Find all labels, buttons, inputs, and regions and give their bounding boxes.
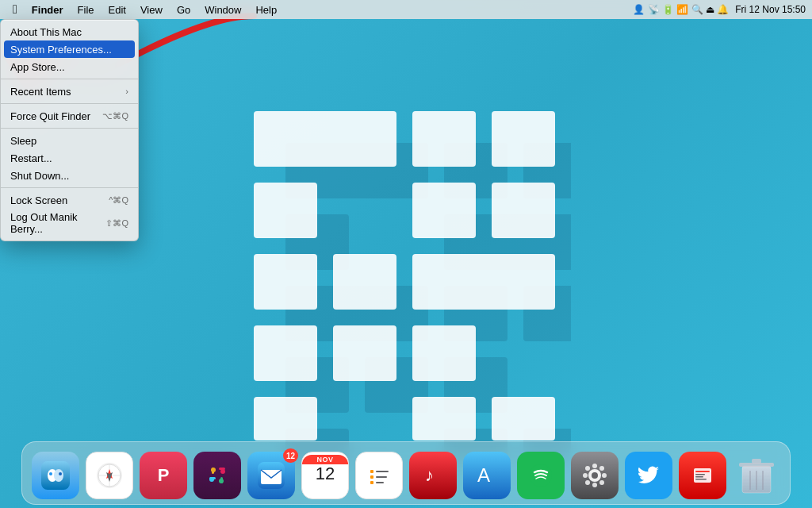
svg-rect-55 [370, 481, 373, 484]
svg-point-34 [59, 472, 62, 475]
menu-separator-1 [1, 79, 138, 79]
svg-point-67 [602, 473, 607, 478]
menu-item-force-quit[interactable]: Force Quit Finder ⌥⌘Q [1, 107, 138, 125]
menubar-view[interactable]: View [134, 0, 169, 19]
menubar-edit[interactable]: Edit [102, 0, 132, 19]
menubar-window[interactable]: Window [198, 0, 247, 19]
svg-rect-15 [412, 111, 476, 167]
svg-rect-24 [333, 325, 396, 381]
svg-rect-54 [370, 475, 373, 479]
svg-rect-27 [412, 397, 476, 441]
menu-item-sleep[interactable]: Sleep [1, 132, 138, 149]
menubar-go[interactable]: Go [170, 0, 197, 19]
dock-item-trash[interactable] [733, 452, 780, 499]
svg-rect-48 [209, 477, 216, 479]
svg-rect-75 [695, 476, 703, 478]
svg-rect-52 [366, 462, 393, 489]
dock-item-finder[interactable] [32, 452, 79, 499]
force-quit-shortcut: ⌥⌘Q [102, 111, 128, 121]
menu-separator-4 [1, 187, 138, 188]
svg-rect-73 [695, 471, 710, 472]
menubar-finder[interactable]: Finder [25, 0, 70, 19]
svg-point-33 [49, 472, 52, 475]
background-logo [238, 64, 571, 460]
svg-point-63 [592, 472, 598, 479]
svg-point-68 [585, 466, 590, 471]
menu-item-logout[interactable]: Log Out Manik Berry... ⇧⌘Q [1, 209, 138, 237]
apple-menu-dropdown: About This Mac System Preferences... App… [0, 19, 139, 241]
svg-rect-58 [376, 482, 384, 483]
dock-item-twitter[interactable] [625, 452, 672, 499]
svg-rect-22 [412, 254, 555, 310]
svg-rect-28 [492, 397, 555, 441]
svg-rect-18 [412, 183, 476, 238]
svg-rect-19 [492, 183, 555, 238]
svg-rect-21 [333, 254, 396, 310]
dock-item-reminders[interactable] [355, 452, 403, 499]
svg-rect-72 [694, 468, 711, 483]
svg-rect-76 [695, 479, 707, 480]
svg-rect-56 [376, 471, 389, 472]
svg-rect-46 [212, 468, 214, 474]
menu-item-about[interactable]: About This Mac [1, 23, 138, 40]
svg-point-69 [599, 480, 604, 485]
svg-rect-53 [370, 470, 373, 473]
dock-item-appstore[interactable]: A [463, 452, 511, 499]
svg-rect-25 [412, 325, 476, 381]
menubar:  Finder File Edit View Go Window Help 👤… [0, 0, 812, 19]
dock: P 12 NOV 12 ♪ A [21, 441, 791, 505]
svg-point-32 [54, 469, 63, 482]
svg-rect-47 [220, 477, 223, 483]
menubar-left:  Finder File Edit View Go Window Help [6, 0, 283, 19]
logout-shortcut: ⇧⌘Q [105, 218, 128, 229]
svg-rect-20 [254, 254, 317, 310]
svg-point-61 [530, 464, 552, 487]
svg-text:A: A [477, 464, 490, 486]
menu-item-lock[interactable]: Lock Screen ^⌘Q [1, 191, 138, 209]
desktop:  Finder File Edit View Go Window Help 👤… [0, 0, 812, 508]
dock-item-slack[interactable] [193, 452, 241, 499]
menubar-icons: 👤 📡 🔋 📶 🔍 ⏏ 🔔 [633, 4, 729, 15]
mail-badge: 12 [283, 448, 298, 463]
svg-point-64 [592, 464, 597, 468]
apple-menu-button[interactable]:  [6, 0, 24, 19]
menu-item-shutdown[interactable]: Shut Down... [1, 167, 138, 184]
menubar-right: 👤 📡 🔋 📶 🔍 ⏏ 🔔 Fri 12 Nov 15:50 [633, 4, 806, 15]
svg-rect-74 [695, 474, 705, 475]
svg-rect-26 [254, 397, 317, 441]
menu-separator-2 [1, 103, 138, 104]
svg-text:♪: ♪ [425, 465, 434, 485]
menubar-help[interactable]: Help [249, 0, 283, 19]
menubar-file[interactable]: File [71, 0, 101, 19]
lock-shortcut: ^⌘Q [109, 195, 128, 206]
svg-rect-16 [492, 111, 555, 167]
dock-item-calendar[interactable]: NOV 12 [301, 452, 349, 499]
svg-point-70 [599, 466, 604, 471]
menu-separator-3 [1, 128, 138, 129]
menu-item-restart[interactable]: Restart... [1, 149, 138, 167]
menu-item-system-prefs[interactable]: System Preferences... [4, 40, 135, 58]
dock-item-music[interactable]: ♪ [409, 452, 457, 499]
menu-item-recent-items[interactable]: Recent Items › [1, 83, 138, 100]
svg-rect-17 [254, 183, 317, 238]
svg-rect-79 [752, 459, 761, 464]
svg-point-66 [583, 473, 588, 478]
svg-rect-49 [219, 468, 225, 470]
dock-item-spotify[interactable] [517, 452, 565, 499]
dock-item-news[interactable] [679, 452, 726, 499]
dock-item-pocket[interactable]: P [140, 452, 187, 499]
svg-point-65 [592, 483, 597, 487]
menubar-datetime: Fri 12 Nov 15:50 [735, 4, 806, 15]
submenu-arrow-icon: › [125, 87, 128, 96]
dock-item-mail[interactable]: 12 [247, 452, 295, 499]
svg-point-71 [585, 480, 590, 485]
dock-item-system-preferences[interactable] [571, 452, 619, 499]
svg-rect-14 [254, 111, 396, 167]
dock-item-safari[interactable] [86, 452, 133, 499]
menu-item-app-store[interactable]: App Store... [1, 58, 138, 75]
svg-rect-23 [254, 325, 317, 381]
svg-rect-57 [376, 476, 387, 478]
